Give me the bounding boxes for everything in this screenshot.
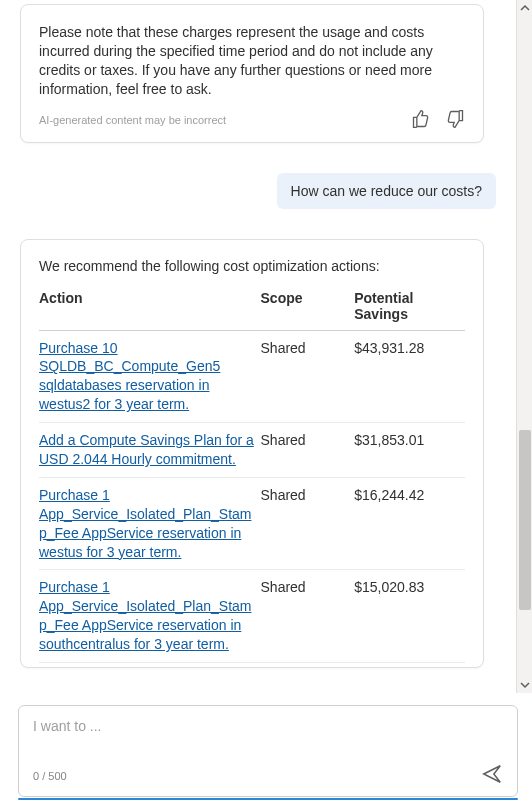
thumbs-up-icon[interactable] (411, 109, 431, 132)
table-row: Purchase 1 App_Service_Isolated_Plan_Sta… (39, 570, 465, 663)
chat-scroll-area: Please note that these charges represent… (0, 0, 516, 693)
recommendation-table: Action Scope Potential Savings Purchase … (39, 286, 465, 663)
action-link[interactable]: Purchase 1 App_Service_Isolated_Plan_Sta… (39, 579, 251, 652)
ai-message-footer: AI-generated content may be incorrect (39, 109, 465, 132)
ai-message-card: Please note that these charges represent… (20, 4, 484, 143)
chat-input-footer: 0 / 500 (33, 763, 503, 788)
scroll-down-button[interactable] (517, 677, 532, 693)
ai-message-text: Please note that these charges represent… (39, 23, 465, 99)
feedback-buttons (411, 109, 465, 132)
chat-input-placeholder: I want to ... (33, 718, 503, 734)
scope-cell: Shared (261, 477, 355, 570)
col-scope: Scope (261, 286, 355, 331)
thumbs-down-icon[interactable] (445, 109, 465, 132)
action-link[interactable]: Purchase 10 SQLDB_BC_Compute_Gen5 sqldat… (39, 340, 220, 413)
scope-cell: Shared (261, 570, 355, 663)
send-icon[interactable] (481, 763, 503, 788)
table-row: Add a Compute Savings Plan for a USD 2.0… (39, 423, 465, 478)
col-action: Action (39, 286, 261, 331)
recommendation-intro: We recommend the following cost optimiza… (39, 258, 465, 274)
input-focus-accent (18, 798, 518, 800)
scroll-up-button[interactable] (517, 0, 532, 16)
action-link[interactable]: Add a Compute Savings Plan for a USD 2.0… (39, 432, 254, 467)
scope-cell: Shared (261, 423, 355, 478)
char-counter: 0 / 500 (33, 770, 67, 782)
savings-cell: $31,853.01 (354, 423, 465, 478)
user-message-bubble: How can we reduce our costs? (277, 173, 496, 209)
scrollbar[interactable] (516, 0, 532, 693)
table-header-row: Action Scope Potential Savings (39, 286, 465, 331)
user-message-row: How can we reduce our costs? (20, 173, 496, 209)
savings-cell: $15,020.83 (354, 570, 465, 663)
scrollbar-thumb[interactable] (519, 430, 531, 610)
table-row: Purchase 1 App_Service_Isolated_Plan_Sta… (39, 477, 465, 570)
col-savings: Potential Savings (354, 286, 465, 331)
savings-cell: $16,244.42 (354, 477, 465, 570)
action-link[interactable]: Purchase 1 App_Service_Isolated_Plan_Sta… (39, 487, 251, 560)
recommendation-card: We recommend the following cost optimiza… (20, 239, 484, 668)
chat-input[interactable]: I want to ... 0 / 500 (18, 705, 518, 797)
table-row: Purchase 10 SQLDB_BC_Compute_Gen5 sqldat… (39, 330, 465, 423)
ai-disclaimer: AI-generated content may be incorrect (39, 114, 226, 126)
savings-cell: $43,931.28 (354, 330, 465, 423)
scope-cell: Shared (261, 330, 355, 423)
